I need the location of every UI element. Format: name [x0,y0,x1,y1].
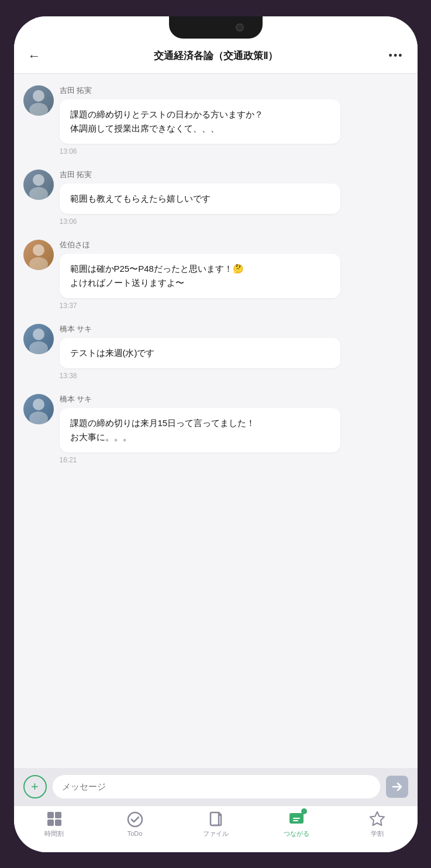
svg-rect-12 [47,819,54,826]
svg-rect-11 [55,812,61,818]
message-text: テストは来週(水)です [70,348,155,358]
message-timestamp: 13:37 [60,302,408,310]
message-content: 吉田 拓実課題の締め切りとテストの日わかる方いますか？ 体調崩して授業出席できな… [60,85,408,155]
sender-name: 吉田 拓実 [60,170,408,180]
input-area: + [14,768,418,805]
svg-point-3 [29,187,48,200]
bottom-nav: 時間割 ToDo ファイル つながる 学割 [14,805,418,852]
message-group: 橋本 サキテストは来週(水)です13:38 [23,324,408,380]
message-group: 佐伯さほ範囲は確かP25〜P48だったと思います！🤔 よければノート送りますよ〜… [23,240,408,310]
tsunagaru-icon [288,811,305,827]
nav-item-todo[interactable]: ToDo [116,811,154,837]
message-timestamp: 16:21 [60,456,408,464]
chat-area: 吉田 拓実課題の締め切りとテストの日わかる方いますか？ 体調崩して授業出席できな… [14,74,418,768]
message-content: 吉田 拓実範囲も教えてもらえたら嬉しいです13:06 [60,170,408,226]
phone-screen: ← 交通経済各論（交通政策Ⅱ） ••• 吉田 拓実課題の締め切りとテストの日わか… [14,16,418,852]
avatar [23,394,54,424]
notification-badge [301,808,307,814]
message-timestamp: 13:06 [60,217,408,226]
sender-name: 吉田 拓実 [60,85,408,96]
message-content: 橋本 サキ課題の締め切りは来月15日って言ってました！ お大事に。。。16:21 [60,394,408,464]
message-text: 範囲も教えてもらえたら嬉しいです [70,193,211,203]
message-text: 範囲は確かP25〜P48だったと思います！🤔 よければノート送りますよ〜 [70,264,244,288]
nav-label-tsunagaru: つながる [284,829,309,838]
page-title: 交通経済各論（交通政策Ⅱ） [51,49,380,63]
back-button[interactable]: ← [28,49,51,64]
svg-point-5 [29,257,48,270]
svg-point-6 [33,328,44,340]
message-group: 吉田 拓実課題の締め切りとテストの日わかる方いますか？ 体調崩して授業出席できな… [23,85,408,155]
avatar [23,170,54,200]
message-bubble: 課題の締め切りは来月15日って言ってました！ お大事に。。。 [60,408,340,452]
message-group: 橋本 サキ課題の締め切りは来月15日って言ってました！ お大事に。。。16:21 [23,394,408,464]
svg-point-8 [33,399,44,410]
message-bubble: 範囲は確かP25〜P48だったと思います！🤔 よければノート送りますよ〜 [60,254,340,298]
nav-item-file[interactable]: ファイル [197,811,235,838]
svg-rect-13 [55,819,61,826]
message-timestamp: 13:06 [60,147,408,155]
svg-point-14 [128,812,142,826]
sender-name: 橋本 サキ [60,324,408,334]
message-text: 課題の締め切りは来月15日って言ってました！ お大事に。。。 [70,418,256,442]
svg-point-9 [29,411,48,424]
message-timestamp: 13:38 [60,372,408,380]
phone-frame: ← 交通経済各論（交通政策Ⅱ） ••• 吉田 拓実課題の締め切りとテストの日わか… [0,0,431,868]
svg-point-4 [33,244,44,256]
send-icon [392,781,402,792]
send-button[interactable] [386,776,408,798]
nav-label-todo: ToDo [127,830,143,837]
add-attachment-button[interactable]: + [23,775,47,798]
file-icon [208,811,224,827]
camera [236,23,244,32]
svg-point-7 [29,341,48,354]
notch [169,16,263,39]
avatar [23,240,54,270]
message-bubble: 課題の締め切りとテストの日わかる方いますか？ 体調崩して授業出席できなくて、、、 [60,99,340,144]
svg-rect-15 [211,812,219,825]
todo-icon [127,811,143,828]
jikanwari-icon [46,811,63,827]
nav-item-tsunagaru[interactable]: つながる [278,811,315,838]
message-content: 橋本 サキテストは来週(水)です13:38 [60,324,408,380]
svg-point-0 [33,90,44,102]
svg-point-1 [29,103,48,116]
gakuwari-icon [369,811,385,827]
message-group: 吉田 拓実範囲も教えてもらえたら嬉しいです13:06 [23,170,408,226]
message-bubble: 範囲も教えてもらえたら嬉しいです [60,184,340,214]
message-bubble: テストは来週(水)です [60,338,340,368]
nav-label-gakuwari: 学割 [371,829,384,838]
nav-item-jikanwari[interactable]: 時間割 [36,811,73,838]
svg-rect-10 [47,812,54,818]
nav-item-gakuwari[interactable]: 学割 [358,811,396,838]
message-content: 佐伯さほ範囲は確かP25〜P48だったと思います！🤔 よければノート送りますよ〜… [60,240,408,310]
message-input[interactable] [53,775,380,798]
nav-label-file: ファイル [203,829,229,838]
avatar [23,85,54,116]
more-button[interactable]: ••• [380,50,404,62]
sender-name: 橋本 サキ [60,394,408,404]
avatar [23,324,54,354]
sender-name: 佐伯さほ [60,240,408,250]
message-text: 課題の締め切りとテストの日わかる方いますか？ 体調崩して授業出席できなくて、、、 [70,109,263,133]
svg-point-2 [33,174,44,186]
nav-label-jikanwari: 時間割 [44,829,64,838]
